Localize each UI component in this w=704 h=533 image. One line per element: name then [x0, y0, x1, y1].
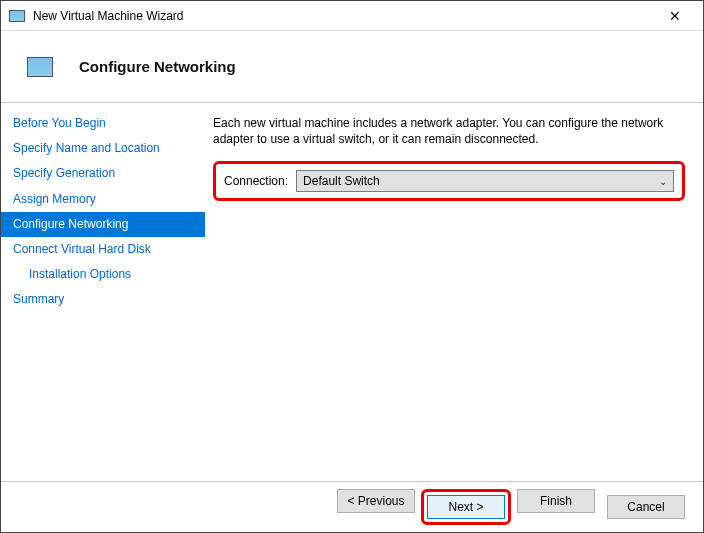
sidebar-step-0[interactable]: Before You Begin [1, 111, 205, 136]
sidebar-step-4[interactable]: Configure Networking [1, 212, 205, 237]
connection-label: Connection: [224, 174, 288, 188]
page-title: Configure Networking [79, 58, 236, 75]
wizard-steps-sidebar: Before You BeginSpecify Name and Locatio… [1, 103, 205, 481]
sidebar-step-1[interactable]: Specify Name and Location [1, 136, 205, 161]
next-button[interactable]: Next > [427, 495, 505, 519]
connection-selected-value: Default Switch [303, 174, 380, 188]
cancel-button[interactable]: Cancel [607, 495, 685, 519]
app-icon [9, 10, 25, 22]
wizard-footer: < Previous Next > Finish Cancel [1, 481, 703, 531]
titlebar: New Virtual Machine Wizard ✕ [1, 1, 703, 31]
chevron-down-icon: ⌄ [659, 176, 667, 187]
close-button[interactable]: ✕ [655, 2, 695, 30]
window-title: New Virtual Machine Wizard [33, 9, 655, 23]
sidebar-step-7[interactable]: Summary [1, 287, 205, 312]
sidebar-step-6[interactable]: Installation Options [1, 262, 205, 287]
connection-dropdown[interactable]: Default Switch ⌄ [296, 170, 674, 192]
sidebar-step-3[interactable]: Assign Memory [1, 187, 205, 212]
next-highlight: Next > [421, 489, 511, 525]
wizard-header: Configure Networking [1, 31, 703, 103]
wizard-body: Before You BeginSpecify Name and Locatio… [1, 103, 703, 481]
sidebar-step-5[interactable]: Connect Virtual Hard Disk [1, 237, 205, 262]
previous-button[interactable]: < Previous [337, 489, 415, 513]
nav-button-group: < Previous Next > Finish [337, 489, 595, 525]
sidebar-step-2[interactable]: Specify Generation [1, 161, 205, 186]
connection-highlight: Connection: Default Switch ⌄ [213, 161, 685, 201]
description-text: Each new virtual machine includes a netw… [213, 115, 685, 147]
wizard-icon [27, 57, 53, 77]
finish-button[interactable]: Finish [517, 489, 595, 513]
wizard-content: Each new virtual machine includes a netw… [205, 103, 703, 481]
